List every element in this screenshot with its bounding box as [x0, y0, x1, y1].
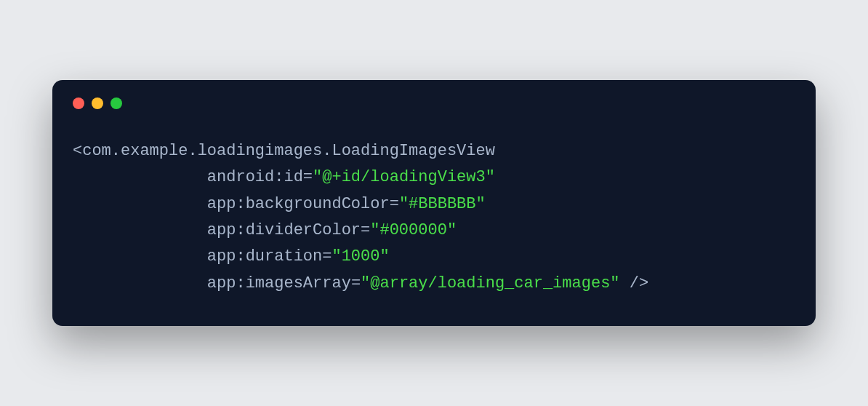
attr-value: "@array/loading_car_images" — [361, 274, 619, 292]
tag-open-bracket: < — [73, 142, 82, 160]
tag-name: com.example.loadingimages.LoadingImagesV… — [82, 142, 495, 160]
code-window: <com.example.loadingimages.LoadingImages… — [52, 80, 816, 326]
attr-value: "1000" — [331, 247, 389, 266]
attr-value: "#000000" — [370, 221, 457, 239]
attr-name: android:id — [207, 168, 303, 186]
attr-equals: = — [361, 221, 370, 239]
attr-name: app:dividerColor — [207, 221, 361, 239]
code-block: <com.example.loadingimages.LoadingImages… — [52, 109, 816, 326]
attr-value: "@+id/loadingView3" — [313, 168, 495, 186]
attr-value: "#BBBBBB" — [399, 195, 486, 213]
tag-close-bracket: /> — [620, 274, 649, 292]
attr-equals: = — [322, 247, 331, 266]
maximize-icon[interactable] — [110, 97, 122, 109]
attr-name: app:duration — [207, 247, 322, 266]
attr-equals: = — [351, 274, 361, 292]
attr-name: app:backgroundColor — [207, 195, 390, 213]
minimize-icon[interactable] — [92, 97, 103, 109]
attr-name: app:imagesArray — [207, 274, 351, 292]
attr-equals: = — [303, 168, 313, 186]
attr-equals: = — [390, 195, 399, 213]
window-controls — [52, 80, 816, 109]
close-icon[interactable] — [73, 97, 84, 109]
